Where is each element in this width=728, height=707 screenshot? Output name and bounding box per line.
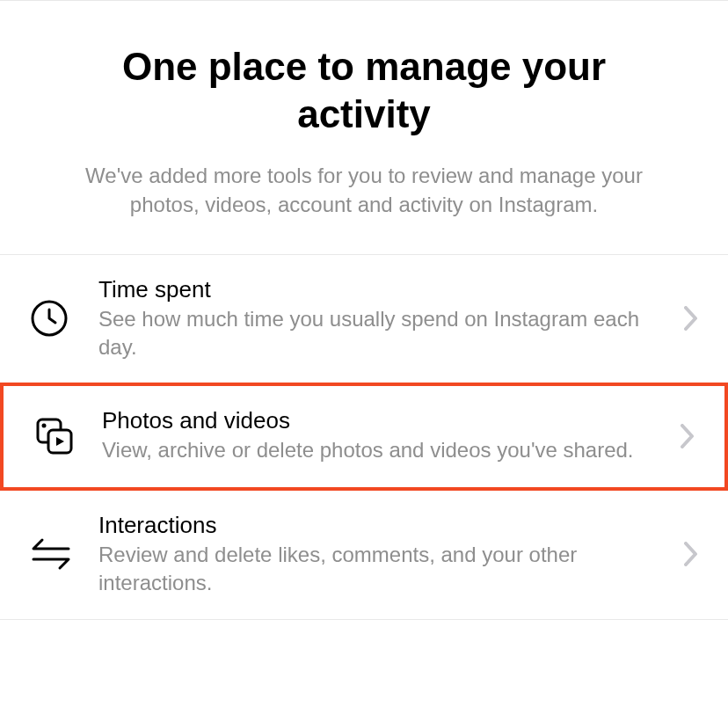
item-title: Photos and videos xyxy=(102,407,663,434)
svg-point-2 xyxy=(42,423,47,427)
item-content: Interactions Review and delete likes, co… xyxy=(81,512,684,596)
clock-icon xyxy=(30,299,81,338)
list-item-photos-videos[interactable]: Photos and videos View, archive or delet… xyxy=(0,383,728,491)
header-section: One place to manage your activity We've … xyxy=(0,0,728,254)
photos-videos-icon xyxy=(33,415,84,457)
activity-management-screen: One place to manage your activity We've … xyxy=(0,0,728,620)
chevron-right-icon xyxy=(681,424,695,448)
chevron-right-icon xyxy=(684,306,698,331)
item-content: Photos and videos View, archive or delet… xyxy=(84,407,681,464)
page-title: One place to manage your activity xyxy=(53,43,675,137)
page-subtitle: We've added more tools for you to review… xyxy=(83,162,645,219)
item-content: Time spent See how much time you usually… xyxy=(81,276,684,361)
item-title: Time spent xyxy=(98,276,666,303)
item-title: Interactions xyxy=(98,512,666,539)
options-list: Time spent See how much time you usually… xyxy=(0,254,728,620)
item-desc: View, archive or delete photos and video… xyxy=(102,436,663,464)
chevron-right-icon xyxy=(684,542,698,566)
item-desc: Review and delete likes, comments, and y… xyxy=(98,541,666,596)
list-item-interactions[interactable]: Interactions Review and delete likes, co… xyxy=(0,491,728,620)
item-desc: See how much time you usually spend on I… xyxy=(98,305,666,361)
interactions-arrows-icon xyxy=(30,536,81,572)
list-item-time-spent[interactable]: Time spent See how much time you usually… xyxy=(0,255,728,384)
